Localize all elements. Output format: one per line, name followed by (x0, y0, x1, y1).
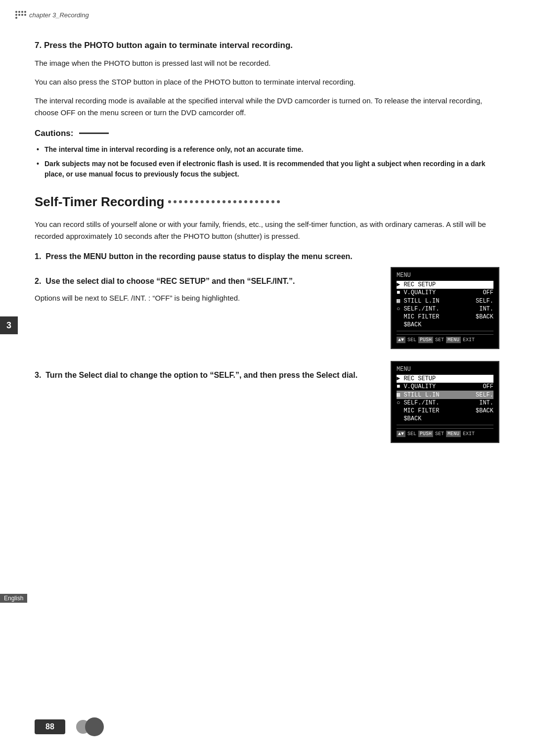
step2-body: Options will be next to SELF. /INT. : “O… (35, 292, 376, 304)
self-timer-intro: You can record stills of yourself alone … (35, 219, 499, 242)
caution-item-1: The interval time in interval recording … (35, 144, 499, 155)
menu2-row-2: ▦ STILL L.INSELF. (397, 297, 493, 305)
menu3-row-1: ■ V.QUALITYOFF (397, 383, 493, 391)
page-number: 88 (35, 719, 65, 734)
menu3-title: MENU (397, 366, 493, 373)
section7-heading: 7. Press the PHOTO button again to termi… (35, 40, 499, 51)
menu2-bottom-bar: ▲▼SEL PUSHSET MENUEXIT (397, 334, 493, 343)
cautions-line-decoration (79, 133, 109, 134)
menu3-row-5: $BACK (397, 415, 493, 423)
section7-para2: You can also press the STOP button in pl… (35, 76, 499, 88)
step2-menu-screenshot: MENU ► REC SETUP ■ V.QUALITYOFF ▦ STILL … (391, 267, 499, 349)
menu2-row-5: $BACK (397, 321, 493, 329)
chapter-dots-icon (15, 11, 26, 19)
page-footer: 88 (0, 717, 534, 736)
step3-heading: 3. Turn the Select dial to change the op… (35, 370, 376, 381)
menu3-row-0: ► REC SETUP (397, 375, 493, 383)
self-timer-title: Self-Timer Recording (35, 194, 499, 210)
menu3-row-2: ▦ STILL L.INSELF. (397, 391, 493, 399)
footer-circle-large (85, 717, 104, 736)
cautions-title: Cautions: (35, 129, 73, 138)
menu2-row-3: ○ SELF./INT.INT. (397, 305, 493, 313)
step1-heading: 1. Press the MENU button in the recordin… (35, 251, 499, 262)
step2-text: 2. Use the select dial to choose “REC SE… (35, 267, 376, 311)
language-badge: English (0, 594, 27, 603)
title-dots (168, 200, 499, 203)
cautions-section: Cautions: The interval time in interval … (35, 129, 499, 179)
section7-para3: The interval recording mode is available… (35, 95, 499, 119)
menu3-bottom-bar: ▲▼SEL PUSHSET MENUEXIT (397, 428, 493, 437)
step2-container: 2. Use the select dial to choose “REC SE… (35, 267, 499, 349)
menu2-row-4: MIC FILTER$BACK (397, 313, 493, 321)
menu3-row-4: MIC FILTER$BACK (397, 407, 493, 415)
chapter-title: chapter 3_Recording (29, 11, 89, 19)
main-content: 7. Press the PHOTO button again to termi… (0, 0, 534, 483)
menu2-title: MENU (397, 272, 493, 279)
cautions-header: Cautions: (35, 129, 499, 138)
chapter-header: chapter 3_Recording (15, 11, 89, 19)
caution-item-2: Dark subjects may not be focused even if… (35, 159, 499, 179)
menu2-row-1: ■ V.QUALITYOFF (397, 289, 493, 297)
step3-container: 3. Turn the Select dial to change the op… (35, 361, 499, 443)
step3-menu-screenshot: MENU ► REC SETUP ■ V.QUALITYOFF ▦ STILL … (391, 361, 499, 443)
menu2-row-0: ► REC SETUP (397, 281, 493, 289)
page-container: chapter 3_Recording 3 7. Press the PHOTO… (0, 0, 534, 756)
step2-heading: 2. Use the select dial to choose “REC SE… (35, 276, 376, 287)
menu3-row-3: ○ SELF./INT.INT. (397, 399, 493, 407)
section7-para1: The image when the PHOTO button is press… (35, 57, 499, 69)
step3-text: 3. Turn the Select dial to change the op… (35, 361, 376, 386)
chapter-number-tab: 3 (0, 316, 18, 334)
footer-circles-decoration (80, 717, 104, 736)
